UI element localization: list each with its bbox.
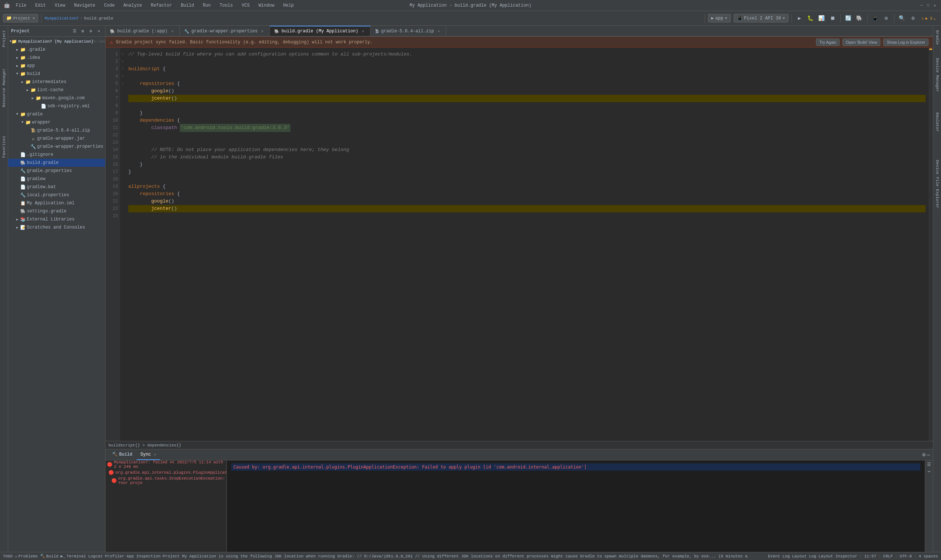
menu-analyze[interactable]: Analyze <box>120 2 145 9</box>
sidebar-expand-icon[interactable]: ⊞ <box>79 28 86 35</box>
tree-build-gradle[interactable]: 🐘 build.gradle <box>8 159 105 167</box>
sync-tab-label[interactable]: Sync ✕ <box>137 450 160 460</box>
status-profiler[interactable]: Profiler <box>105 554 125 558</box>
emulator-tab[interactable]: Emulator <box>934 109 941 135</box>
gradle-sync-button[interactable]: 🔄 <box>844 14 853 23</box>
tree-local-props[interactable]: 🔧 local.properties <box>8 191 105 199</box>
tab-build-gradle-app[interactable]: 🐘 build.gradle (:app) ✕ <box>105 26 180 36</box>
favorites-tab[interactable]: Favorites <box>1 133 7 161</box>
stop-button[interactable]: ⏹ <box>828 14 837 23</box>
tab-gradle-zip[interactable]: 🗜 gradle-5.6.4-all.zip ✕ <box>371 26 446 36</box>
tree-intermediates-folder[interactable]: ▶ 📁 intermediates <box>8 78 105 86</box>
status-encoding[interactable]: CRLF <box>883 554 893 558</box>
status-charset[interactable]: UTF-8 <box>900 554 912 558</box>
status-todo[interactable]: TODO <box>3 554 12 558</box>
device-file-explorer-tab[interactable]: Device File Explorer <box>934 157 941 211</box>
build-filter-icon[interactable]: ☰ <box>927 462 931 468</box>
open-build-view-button[interactable]: Open 'Build' View <box>842 38 880 46</box>
menu-build[interactable]: Build <box>178 2 197 9</box>
build-item-plugin-exc[interactable]: 🔴 org.gradle.api.internal.plugins.Plugin… <box>105 469 226 477</box>
tree-gradlew-bat[interactable]: 📄 gradlew.bat <box>8 183 105 191</box>
tree-gradle-props[interactable]: 🔧 gradle-wrapper.properties <box>8 143 105 151</box>
sync-close[interactable]: ✕ <box>154 452 156 457</box>
code-content[interactable]: // Top-level build file where you can ad… <box>125 48 929 441</box>
tree-gitignore[interactable]: 📄 .gitignore <box>8 151 105 159</box>
menu-vcs[interactable]: VCS <box>239 2 253 9</box>
tab-build-gradle-main[interactable]: 🐘 build.gradle (My Application) ✕ <box>270 26 371 36</box>
status-spaces[interactable]: 4 spaces <box>919 554 938 558</box>
device-manager-button[interactable]: 📱 <box>870 14 880 23</box>
tree-wrapper-folder[interactable]: ▼ 📁 wrapper <box>8 118 105 126</box>
tree-build-folder[interactable]: ▼ 📁 build <box>8 70 105 78</box>
tree-gradle-properties[interactable]: 🔧 gradle.properties <box>8 167 105 175</box>
tree-app-iml[interactable]: 📋 My Application.iml <box>8 199 105 207</box>
warning-badge[interactable]: ⚠ ▲ 3 ⌄ <box>919 15 938 21</box>
sdk-manager-button[interactable]: ⚙ <box>881 14 891 23</box>
tree-lint-cache-folder[interactable]: ▶ 📁 lint-cache <box>8 86 105 94</box>
bottom-settings-button[interactable]: ⚙ <box>922 452 925 458</box>
tree-idea-folder[interactable]: ▶ 📁 .idea <box>8 54 105 62</box>
sidebar-settings-icon[interactable]: ☰ <box>71 28 78 35</box>
tab-close-build-app[interactable]: ✕ <box>170 29 175 34</box>
menu-edit[interactable]: Edit <box>32 2 49 9</box>
build-item-myapp[interactable]: 🔴 MyApplication7: failed At 2022/7/5 11:… <box>105 460 226 469</box>
right-scrollbar[interactable] <box>929 48 933 441</box>
settings-button[interactable]: ⚙ <box>908 14 918 23</box>
code-editor[interactable]: 1 2 3 4 5 6 7 8 9 10 11 12 13 14 15 16 1… <box>105 48 933 441</box>
tree-app-folder[interactable]: ▶ 📁 app <box>8 62 105 70</box>
status-layout-log[interactable]: Layout Log <box>792 554 816 558</box>
status-app-inspection[interactable]: App Inspection <box>126 554 160 558</box>
try-again-button[interactable]: Try Again <box>816 38 839 46</box>
resource-manager-tab[interactable]: Resource Manager <box>1 65 7 110</box>
build-tab-label[interactable]: 🔨 Build <box>108 450 136 460</box>
status-event-log[interactable]: Event Log <box>768 554 790 558</box>
run-button[interactable]: ▶ <box>795 14 804 23</box>
tree-maven-folder[interactable]: ▶ 📁 maven.google.com <box>8 94 105 102</box>
status-layout-inspector[interactable]: Layout Inspector <box>819 554 858 558</box>
show-log-button[interactable]: Show Log in Explorer <box>883 38 929 46</box>
minimize-button[interactable]: — <box>919 3 924 8</box>
gradle-button[interactable]: 🐘 <box>855 14 864 23</box>
menu-code[interactable]: Code <box>101 2 118 9</box>
menu-tools[interactable]: Tools <box>217 2 236 9</box>
status-logcat[interactable]: Logcat <box>88 554 103 558</box>
tree-settings-gradle[interactable]: 🐘 settings.gradle <box>8 207 105 215</box>
menu-navigate[interactable]: Navigate <box>71 2 98 9</box>
project-selector[interactable]: 📁 Project ▾ <box>3 14 38 22</box>
build-wrap-icon[interactable]: ↩ <box>928 469 930 474</box>
tree-gradle-zip[interactable]: 🗜 gradle-5.6.4-all.zip <box>8 126 105 134</box>
bottom-close-button[interactable]: — <box>927 452 930 458</box>
device-selector[interactable]: 📱 Pixel 2 API 30 ▾ <box>734 14 789 22</box>
project-panel-tab[interactable]: Project <box>1 27 7 50</box>
status-build[interactable]: 🔨 Build <box>40 554 59 558</box>
status-problems[interactable]: ⚠ Problems <box>15 554 37 558</box>
tab-gradle-wrapper[interactable]: 🔧 gradle-wrapper.properties ✕ <box>180 26 270 36</box>
tree-gradle-folder[interactable]: ▶ 📁 .gradle <box>8 46 105 54</box>
device-manager-tab[interactable]: Device Manager <box>934 55 941 95</box>
run-config-selector[interactable]: ▶ app ▾ <box>708 14 731 22</box>
menu-window[interactable]: Window <box>256 2 277 9</box>
build-item-stop-exc[interactable]: 🔴 org.gradle.api.tasks.StopExecutionExce… <box>105 477 226 485</box>
menu-file[interactable]: File <box>13 2 29 9</box>
tab-close-wrapper[interactable]: ✕ <box>260 29 265 34</box>
sidebar-close-icon[interactable]: ✕ <box>95 28 102 35</box>
menu-view[interactable]: View <box>52 2 68 9</box>
tree-root[interactable]: ▼ 📁 MyApplication7 [My Application] D:\A… <box>8 37 105 46</box>
tree-external-libs[interactable]: ▶ 📚 External Libraries <box>8 215 105 223</box>
sidebar-gear-icon[interactable]: ⚙ <box>88 28 94 35</box>
tab-close-zip[interactable]: ✕ <box>436 29 442 34</box>
tree-scratches[interactable]: ▶ 📝 Scratches and Consoles <box>8 223 105 231</box>
gradle-panel-tab[interactable]: Gradle <box>934 27 941 48</box>
close-button[interactable]: ✕ <box>932 3 937 8</box>
debug-button[interactable]: 🐛 <box>806 14 815 23</box>
maximize-button[interactable]: □ <box>926 3 931 8</box>
menu-refactor[interactable]: Refactor <box>148 2 175 9</box>
status-terminal[interactable]: ▶_ Terminal <box>61 554 86 558</box>
tree-gradlew[interactable]: 📄 gradlew <box>8 175 105 183</box>
tree-gradle-dir[interactable]: ▼ 📁 gradle <box>8 110 105 118</box>
menu-help[interactable]: Help <box>280 2 297 9</box>
menu-run[interactable]: Run <box>200 2 214 9</box>
tree-sdk-registry[interactable]: 📄 sdk-registry.xml <box>8 102 105 110</box>
search-everywhere-button[interactable]: 🔍 <box>897 14 907 23</box>
tree-gradle-jar[interactable]: ☕ gradle-wrapper.jar <box>8 134 105 143</box>
